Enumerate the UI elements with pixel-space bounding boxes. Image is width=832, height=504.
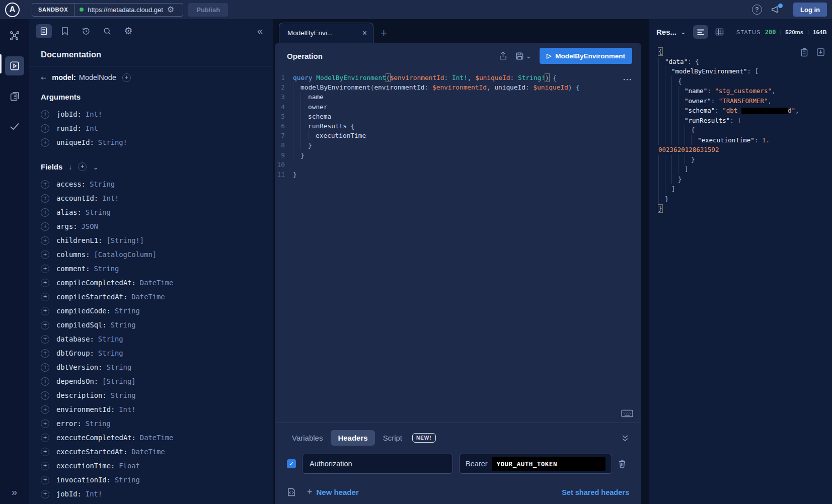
- add-to-query-plus-icon[interactable]: +: [41, 138, 49, 147]
- keyboard-shortcuts-button[interactable]: [621, 409, 633, 417]
- download-response-button[interactable]: [816, 48, 825, 57]
- search-icon-button[interactable]: [99, 24, 115, 38]
- add-to-query-plus-icon[interactable]: +: [41, 419, 49, 428]
- add-to-query-plus-icon[interactable]: +: [41, 194, 49, 203]
- doc-field-name[interactable]: comment:: [56, 265, 90, 273]
- history-icon-button[interactable]: [78, 24, 94, 38]
- response-line[interactable]: "runResults": [: [658, 116, 832, 126]
- doc-field-name[interactable]: uniqueId:: [56, 138, 94, 146]
- code-line[interactable]: 9}: [275, 150, 641, 160]
- response-line[interactable]: "data": {: [658, 57, 832, 67]
- add-to-query-plus-icon[interactable]: +: [41, 208, 49, 217]
- add-to-query-plus-icon[interactable]: +: [41, 236, 49, 245]
- documentation-tab-icon[interactable]: [36, 24, 52, 38]
- doc-field-name[interactable]: dependsOn:: [56, 377, 98, 385]
- add-to-query-plus-icon[interactable]: +: [41, 110, 49, 119]
- header-key-input[interactable]: [302, 454, 453, 474]
- raw-view-toggle[interactable]: [693, 25, 708, 39]
- code-line[interactable]: 11}: [275, 170, 641, 179]
- add-to-query-plus-icon[interactable]: +: [41, 476, 49, 484]
- doc-field-name[interactable]: executeCompletedAt:: [56, 434, 136, 442]
- sort-fields-icon[interactable]: ↓: [68, 163, 72, 171]
- doc-field-name[interactable]: compileStartedAt:: [56, 293, 127, 301]
- add-to-query-plus-icon[interactable]: +: [41, 124, 49, 133]
- doc-field-name[interactable]: dbtGroup:: [56, 349, 94, 357]
- code-line[interactable]: 8}: [275, 140, 641, 150]
- doc-field-name[interactable]: compileCompletedAt:: [56, 279, 136, 287]
- table-view-toggle[interactable]: [712, 25, 727, 39]
- doc-field-name[interactable]: compiledCode:: [56, 307, 111, 315]
- rail-item-schema[interactable]: [5, 26, 24, 45]
- run-operation-button[interactable]: ▷ ModelByEnvironment: [540, 48, 632, 64]
- response-line[interactable]: "modelByEnvironment": [: [658, 66, 832, 76]
- response-line[interactable]: {: [658, 76, 832, 87]
- collapse-panel-button[interactable]: [621, 435, 629, 442]
- code-line[interactable]: 4owner: [275, 102, 641, 112]
- new-tab-button[interactable]: +: [381, 27, 387, 43]
- breadcrumb-type[interactable]: ModelNode: [79, 73, 116, 81]
- doc-field-name[interactable]: error:: [56, 419, 82, 428]
- add-to-query-plus-icon[interactable]: +: [41, 391, 49, 400]
- doc-field-name[interactable]: description:: [56, 391, 107, 399]
- response-title[interactable]: Res...: [656, 28, 676, 36]
- response-line[interactable]: ]: [658, 184, 832, 194]
- header-enabled-checkbox[interactable]: ✓: [287, 459, 296, 468]
- doc-field-name[interactable]: jobId:: [56, 490, 82, 498]
- close-tab-icon[interactable]: ×: [362, 29, 367, 38]
- tab-headers[interactable]: Headers: [331, 430, 374, 446]
- response-line[interactable]: 0023620128631592: [658, 145, 832, 155]
- add-to-query-plus-icon[interactable]: +: [41, 434, 49, 442]
- doc-field-name[interactable]: accountId:: [56, 194, 98, 202]
- add-to-query-plus-icon[interactable]: +: [41, 265, 49, 273]
- response-line[interactable]: "name": "stg_customers",: [658, 86, 832, 96]
- help-icon[interactable]: ?: [752, 5, 762, 15]
- code-line[interactable]: 6runResults {: [275, 121, 641, 131]
- header-value-input[interactable]: Bearer YOUR_AUTH_TOKEN: [459, 454, 612, 474]
- doc-field-name[interactable]: invocationId:: [56, 476, 111, 484]
- add-to-query-plus-icon[interactable]: +: [41, 377, 49, 386]
- tab-script[interactable]: Script: [378, 430, 407, 446]
- login-button[interactable]: Log in: [793, 3, 827, 17]
- rail-item-explorer[interactable]: [5, 56, 24, 75]
- add-to-query-plus-icon[interactable]: +: [41, 462, 49, 470]
- response-json[interactable]: {"data": {"modelByEnvironment": [{"name"…: [658, 47, 832, 214]
- response-line[interactable]: {: [658, 125, 832, 135]
- doc-field-name[interactable]: executionTime:: [56, 462, 115, 470]
- add-to-query-plus-icon[interactable]: +: [41, 222, 49, 231]
- rail-item-operations[interactable]: [5, 87, 24, 106]
- delete-header-button[interactable]: [618, 459, 626, 468]
- doc-field-name[interactable]: dbtVersion:: [56, 363, 102, 371]
- announcements-button[interactable]: [771, 5, 781, 14]
- save-operation-button[interactable]: ⌄: [515, 52, 532, 60]
- response-dropdown-chevron-icon[interactable]: ⌄: [680, 28, 686, 36]
- share-operation-button[interactable]: [499, 51, 507, 60]
- doc-field-name[interactable]: access:: [56, 180, 86, 188]
- rail-item-checks[interactable]: [5, 117, 24, 136]
- add-to-query-plus-icon[interactable]: +: [41, 405, 49, 414]
- response-line[interactable]: }: [658, 175, 832, 185]
- add-to-query-plus-icon[interactable]: +: [41, 448, 49, 456]
- set-shared-headers-link[interactable]: Set shared headers: [562, 488, 629, 496]
- doc-field-name[interactable]: database:: [56, 335, 94, 343]
- add-field-plus-icon[interactable]: +: [122, 73, 131, 82]
- publish-button[interactable]: Publish: [188, 3, 228, 17]
- edit-headers-file-button[interactable]: [287, 487, 296, 497]
- editor-menu-ellipsis-icon[interactable]: ⋯: [623, 74, 632, 85]
- add-to-query-plus-icon[interactable]: +: [41, 363, 49, 372]
- copy-response-button[interactable]: [800, 48, 808, 57]
- endpoint-settings-gear-icon[interactable]: ⚙: [167, 6, 174, 14]
- tab-modelbyenvironment[interactable]: ModelByEnvi... ×: [279, 23, 373, 43]
- response-line[interactable]: "schema": "dbt_d",: [658, 106, 832, 116]
- code-line[interactable]: 7executionTime: [275, 131, 641, 140]
- response-line[interactable]: }: [658, 204, 832, 214]
- code-lines[interactable]: 1query ModelByEnvironment($environmentId…: [275, 73, 641, 179]
- save-chevron-icon[interactable]: ⌄: [525, 52, 532, 60]
- expand-rail-icon[interactable]: »: [0, 486, 29, 498]
- code-line[interactable]: 2modelByEnvironment(environmentId: $envi…: [275, 82, 641, 92]
- endpoint-url[interactable]: https://metadata.cloud.get: [88, 6, 163, 14]
- add-to-query-plus-icon[interactable]: +: [41, 321, 49, 329]
- add-to-query-plus-icon[interactable]: +: [41, 307, 49, 315]
- add-all-fields-icon[interactable]: +: [78, 162, 87, 171]
- explorer-settings-button[interactable]: ⚙: [120, 24, 136, 38]
- add-to-query-plus-icon[interactable]: +: [41, 349, 49, 358]
